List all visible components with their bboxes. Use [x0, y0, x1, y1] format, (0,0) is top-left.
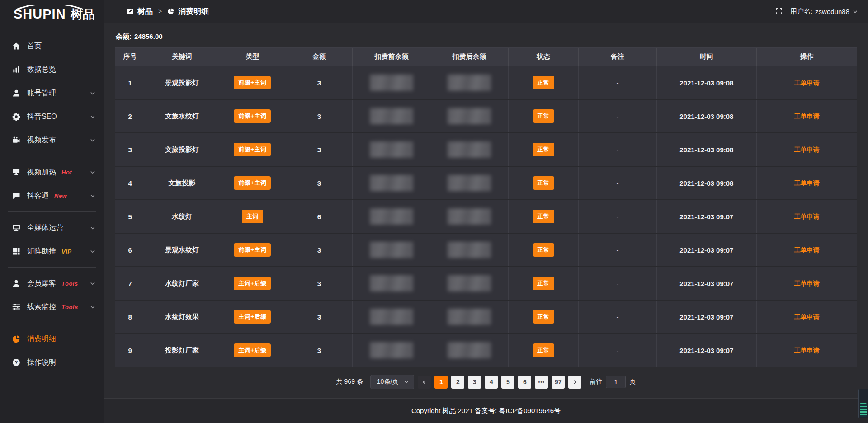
chevron-down — [90, 169, 96, 175]
goto-page-input[interactable] — [606, 376, 626, 388]
blurred-balance-after — [448, 242, 491, 258]
sidebar-item-tag: Hot — [61, 169, 72, 176]
sidebar-item-data-overview[interactable]: 数据总览 — [0, 58, 104, 81]
sidebar-item-media-operation[interactable]: 全媒体运营 — [0, 216, 104, 240]
sidebar-item-operation-guide[interactable]: ?操作说明 — [0, 351, 104, 374]
blurred-balance-after — [448, 175, 491, 191]
video-camera-icon — [12, 136, 21, 145]
chat-icon — [12, 191, 21, 200]
sidebar-item-member-burst[interactable]: 会员爆客Tools — [0, 272, 104, 295]
keyword-cell: 文旅水纹灯 — [145, 99, 219, 133]
balance-label: 余额: — [116, 33, 132, 40]
blurred-balance-after — [448, 75, 491, 91]
remark-cell: - — [579, 133, 656, 166]
work-order-link[interactable]: 工单申请 — [794, 179, 820, 187]
work-order-link[interactable]: 工单申请 — [794, 213, 820, 220]
sidebar-item-clue-monitor[interactable]: 线索监控Tools — [0, 295, 104, 319]
table-row: 7水纹灯厂家主词+后缀3正常-2021-12-03 09:07工单申请 — [115, 267, 857, 300]
sidebar-item-label: 消费明细 — [27, 334, 56, 344]
work-order-link[interactable]: 工单申请 — [794, 146, 820, 153]
type-cell: 主词+后缀 — [219, 267, 286, 300]
remark-cell: - — [579, 233, 656, 267]
work-order-link[interactable]: 工单申请 — [794, 347, 820, 354]
index-value: 7 — [128, 280, 132, 287]
sidebar-divider — [8, 267, 96, 268]
breadcrumb-item-1[interactable]: 消费明细 — [167, 6, 209, 17]
page-button-5[interactable]: 5 — [501, 376, 514, 389]
balance-before-cell — [353, 166, 430, 200]
balance-before-cell — [353, 200, 430, 233]
status-cell: 正常 — [508, 200, 579, 233]
table-row: 8水纹灯效果主词+后缀3正常-2021-12-03 09:07工单申请 — [115, 300, 857, 334]
balance-before-cell — [353, 334, 430, 367]
index-cell: 5 — [115, 200, 145, 233]
sidebar-item-video-heat[interactable]: 视频加热Hot — [0, 160, 104, 184]
chevron-down — [404, 379, 409, 385]
page-button-1[interactable]: 1 — [434, 376, 448, 389]
status-badge: 正常 — [533, 277, 554, 290]
type-cell: 前缀+主词 — [219, 99, 286, 133]
chevron-down — [90, 113, 96, 120]
page-button-last[interactable]: 97 — [552, 376, 565, 389]
remark-cell: - — [579, 166, 656, 200]
user-menu[interactable]: 用户名: zswodun88 — [790, 7, 858, 16]
time-value: 2021-12-03 09:07 — [679, 313, 733, 321]
page-size-value: 10条/页 — [377, 378, 398, 386]
user-icon — [12, 89, 21, 98]
blurred-balance-after — [448, 275, 491, 291]
keyword-value: 景观投影灯 — [165, 79, 199, 86]
status-cell: 正常 — [508, 233, 579, 267]
balance-before-cell — [353, 66, 430, 99]
sidebar-item-douyin-seo[interactable]: 抖音SEO — [0, 105, 104, 128]
work-order-link[interactable]: 工单申请 — [794, 313, 820, 320]
type-badge: 主词+后缀 — [234, 343, 271, 357]
sidebar-menu: 首页数据总览账号管理抖音SEO视频发布视频加热Hot抖客通New全媒体运营矩阵助… — [0, 32, 104, 374]
sidebar-item-video-publish[interactable]: 视频发布 — [0, 128, 104, 152]
action-cell: 工单申请 — [757, 334, 857, 367]
index-cell: 7 — [115, 267, 145, 300]
chevron-down — [90, 137, 96, 143]
table-row: 3文旅投影灯前缀+主词3正常-2021-12-03 09:08工单申请 — [115, 133, 857, 166]
page-size-select[interactable]: 10条/页 — [370, 375, 414, 389]
floating-widget[interactable] — [858, 389, 868, 418]
index-cell: 9 — [115, 334, 145, 367]
time-value: 2021-12-03 09:08 — [679, 79, 733, 87]
column-header-0: 序号 — [115, 48, 145, 66]
work-order-link[interactable]: 工单申请 — [794, 113, 820, 120]
action-cell: 工单申请 — [757, 233, 857, 267]
page-button-4[interactable]: 4 — [485, 376, 498, 389]
page-button-2[interactable]: 2 — [451, 376, 464, 389]
sidebar-item-douketong[interactable]: 抖客通New — [0, 184, 104, 207]
index-cell: 4 — [115, 166, 145, 200]
fullscreen-icon[interactable] — [775, 7, 783, 15]
work-order-link[interactable]: 工单申请 — [794, 79, 820, 86]
consumption-table: 序号关键词类型金额扣费前余额扣费后余额状态备注时间操作 1景观投影灯前缀+主词3… — [115, 48, 857, 367]
table-header-row: 序号关键词类型金额扣费前余额扣费后余额状态备注时间操作 — [115, 48, 857, 66]
keyword-value: 水纹灯效果 — [165, 313, 199, 320]
index-value: 9 — [128, 347, 132, 354]
prev-page-button[interactable] — [418, 376, 431, 389]
next-page-button[interactable] — [568, 376, 581, 389]
column-header-2: 类型 — [219, 48, 286, 66]
keyword-value: 水纹灯厂家 — [165, 279, 199, 287]
time-value: 2021-12-03 09:08 — [679, 113, 733, 120]
work-order-link[interactable]: 工单申请 — [794, 280, 820, 287]
sidebar-item-account-management[interactable]: 账号管理 — [0, 81, 104, 105]
chevron-down-icon — [852, 9, 858, 14]
page-button-3[interactable]: 3 — [468, 376, 481, 389]
type-cell: 前缀+主词 — [219, 133, 286, 166]
balance-after-cell — [430, 166, 508, 200]
sidebar-item-matrix-boost[interactable]: 矩阵助推VIP — [0, 240, 104, 263]
more-pages-button[interactable]: ••• — [535, 376, 548, 389]
sidebar-item-consumption-detail[interactable]: 消费明细 — [0, 327, 104, 351]
page-button-6[interactable]: 6 — [518, 376, 531, 389]
user-label: 用户名: — [790, 7, 812, 16]
svg-text:?: ? — [15, 360, 18, 365]
index-cell: 3 — [115, 133, 145, 166]
work-order-link[interactable]: 工单申请 — [794, 246, 820, 254]
logo[interactable]: SHUPIN 树品 — [0, 0, 104, 32]
breadcrumb-item-0[interactable]: 树品 — [127, 6, 153, 17]
action-cell: 工单申请 — [757, 200, 857, 233]
sidebar-item-home[interactable]: 首页 — [0, 34, 104, 58]
sidebar-item-label: 抖音SEO — [27, 112, 57, 122]
